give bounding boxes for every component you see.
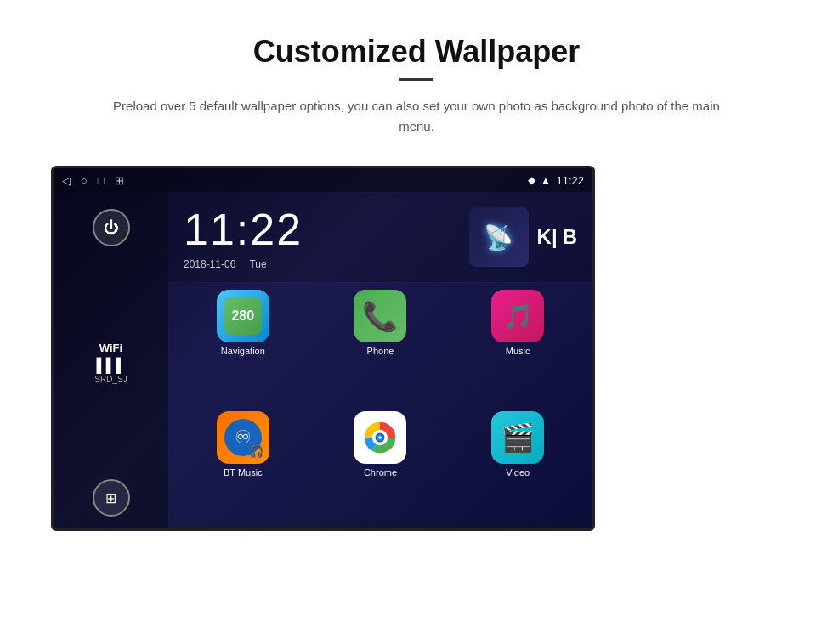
wifi-bars-icon: ▌▌▌ (94, 358, 127, 373)
right-widgets: 📡 K| B (469, 207, 577, 267)
wifi-info: WiFi ▌▌▌ SRD_SJ (94, 342, 127, 384)
clock-area: 11:22 2018-11-06 Tue 📡 K| B (168, 192, 592, 283)
app-item-btmusic[interactable]: ♾ 🎧 BT Music (177, 411, 309, 528)
headphone-icon: 🎧 (249, 444, 264, 458)
music-label: Music (506, 346, 530, 356)
wifi-signal-icon: ▲ (541, 174, 552, 187)
location-icon: ◆ (528, 174, 536, 186)
chrome-label: Chrome (364, 467, 397, 477)
clock-time: 11:22 (184, 204, 303, 255)
radio-widget[interactable]: 📡 (469, 207, 529, 267)
b-widget: B (563, 225, 577, 249)
app-item-music[interactable]: 🎵 Music (451, 290, 584, 406)
status-left: ◁ ○ □ ⊞ (62, 174, 124, 187)
wallpaper-panel: CarSetting (595, 166, 782, 169)
btmusic-label: BT Music (224, 467, 263, 477)
status-right: ◆ ▲ 11:22 (528, 174, 584, 187)
music-icon: 🎵 (491, 290, 544, 342)
home-icon[interactable]: ○ (81, 174, 88, 187)
antenna-icon: 📡 (484, 223, 513, 251)
wifi-ssid: SRD_SJ (94, 375, 127, 384)
btmusic-icon: ♾ 🎧 (217, 411, 269, 464)
page-title: Customized Wallpaper (253, 34, 581, 70)
chrome-svg (361, 419, 399, 456)
wifi-label: WiFi (94, 342, 127, 354)
back-icon[interactable]: ◁ (62, 174, 71, 187)
music-icon-inner: 🎵 (498, 297, 537, 336)
navigation-icon: 280 (217, 290, 269, 342)
navigation-label: Navigation (221, 346, 265, 356)
apps-grid-button[interactable]: ⊞ (93, 479, 130, 517)
app-item-phone[interactable]: 📞 Phone (314, 290, 447, 406)
title-underline (400, 78, 434, 81)
svg-point-5 (379, 436, 382, 439)
chrome-icon (354, 411, 406, 464)
main-area: ⏻ WiFi ▌▌▌ SRD_SJ ⊞ 11:22 2018-11-06 Tu (54, 192, 592, 531)
center-content: 11:22 2018-11-06 Tue 📡 K| B (168, 192, 592, 531)
clock-day: Tue (249, 258, 266, 270)
screenshot-icon[interactable]: ⊞ (115, 174, 124, 187)
clock-status: 11:22 (556, 174, 584, 187)
power-button[interactable]: ⏻ (93, 209, 130, 246)
ki-widget: K| (537, 225, 558, 249)
app-item-navigation[interactable]: 280 Navigation (177, 290, 309, 406)
video-label: Video (506, 467, 530, 477)
clock-date: 2018-11-06 (184, 258, 235, 270)
phone-icon: 📞 (354, 290, 406, 342)
status-bar: ◁ ○ □ ⊞ ◆ ▲ 11:22 (54, 168, 592, 192)
app-item-chrome[interactable]: Chrome (314, 411, 447, 528)
clapperboard-icon: 🎬 (501, 421, 535, 454)
phone-label: Phone (367, 346, 394, 356)
device-wrapper: ◁ ○ □ ⊞ ◆ ▲ 11:22 ⏻ WiFi ▌▌▌ SRD_SJ (51, 166, 782, 531)
recents-icon[interactable]: □ (98, 174, 105, 187)
app-grid: 280 Navigation 📞 Phone (168, 283, 592, 531)
btmusic-icon-inner: ♾ 🎧 (224, 419, 262, 456)
video-icon: 🎬 (491, 411, 544, 464)
page-subtitle: Preload over 5 default wallpaper options… (110, 96, 722, 137)
android-screen: ◁ ○ □ ⊞ ◆ ▲ 11:22 ⏻ WiFi ▌▌▌ SRD_SJ (51, 166, 595, 531)
app-item-video[interactable]: 🎬 Video (451, 411, 584, 528)
sidebar: ⏻ WiFi ▌▌▌ SRD_SJ ⊞ (54, 192, 168, 531)
